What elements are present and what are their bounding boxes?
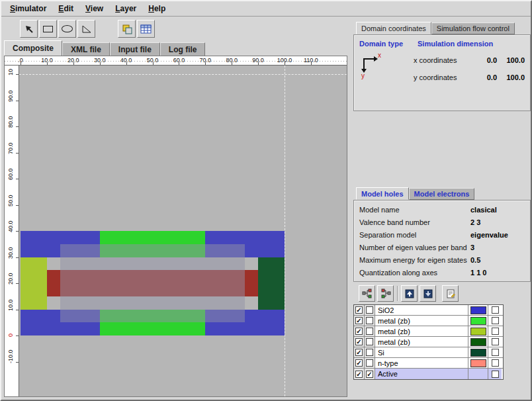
checkbox[interactable] — [492, 349, 499, 356]
layer-color-cell[interactable] — [468, 369, 488, 379]
color-swatch[interactable] — [470, 338, 486, 346]
menu-item-simulator[interactable]: Simulator — [4, 2, 52, 15]
layer-color-cell[interactable] — [468, 326, 488, 336]
select-tool[interactable] — [20, 20, 38, 38]
drawing-area[interactable] — [19, 66, 347, 396]
domain-boundary-x-guide — [285, 66, 285, 396]
checkbox[interactable]: ✓ — [355, 371, 363, 378]
ruler-y-label: 30.0 — [7, 247, 14, 259]
tree-merge-icon — [380, 289, 391, 299]
color-swatch[interactable] — [470, 349, 486, 357]
ruler-y-label: 80.0 — [7, 116, 14, 128]
layer-color-cell[interactable] — [468, 337, 488, 347]
checkbox[interactable] — [492, 306, 499, 314]
layer-color-cell[interactable] — [468, 305, 488, 315]
checkbox[interactable] — [366, 349, 373, 356]
layer-name-cell: Si — [375, 347, 468, 357]
tab-composite[interactable]: Composite — [4, 40, 62, 56]
domain-coordinates-panel: Domain type Simulation dimension x y x c… — [353, 34, 531, 111]
layers-toolbar — [353, 283, 531, 304]
layer-row-sio2[interactable]: ✓SiO2 — [354, 305, 503, 316]
checkbox[interactable] — [366, 317, 373, 324]
toolbar-separator — [397, 286, 398, 301]
tab-simulation-flow-control[interactable]: Simulation flow control — [431, 22, 515, 34]
checkbox[interactable] — [366, 328, 373, 335]
layer-name-cell: SiO2 — [375, 305, 468, 315]
tab-xml-file[interactable]: XML file — [62, 42, 110, 56]
checkbox[interactable]: ✓ — [355, 328, 363, 335]
tree-split-button[interactable] — [359, 285, 375, 302]
active-region-overlay[interactable] — [60, 244, 245, 323]
menu-item-layer[interactable]: Layer — [109, 2, 142, 15]
down-arrow-icon — [423, 289, 433, 299]
polygon-tool[interactable] — [77, 20, 95, 38]
main-toolbar — [1, 17, 348, 39]
model-row-value: eigenvalue — [470, 231, 508, 239]
checkbox[interactable]: ✓ — [355, 338, 363, 345]
tab-model-holes[interactable]: Model holes — [356, 187, 409, 200]
ruler-x-tick — [21, 62, 21, 65]
checkbox[interactable] — [492, 338, 499, 345]
domain-tabs: Domain coordinatesSimulation flow contro… — [356, 22, 515, 34]
visible-cell: ✓ — [354, 305, 365, 315]
layer-row-metal-zb[interactable]: ✓metal (zb) — [354, 316, 503, 326]
checkbox[interactable]: ✓ — [355, 306, 363, 314]
grid-view-button[interactable] — [137, 20, 155, 38]
tree-branch-icon — [362, 289, 373, 299]
checkbox[interactable] — [366, 338, 373, 345]
layer-row-active[interactable]: ✓✓Active — [354, 369, 503, 379]
menu-item-edit[interactable]: Edit — [52, 2, 79, 15]
ruler-x-tick — [258, 62, 259, 65]
menu-item-view[interactable]: View — [79, 2, 109, 15]
layer-row-metal-zb[interactable]: ✓metal (zb) — [354, 326, 503, 337]
checkbox[interactable]: ✓ — [355, 317, 363, 324]
axis-x-label: x — [378, 52, 381, 59]
checkbox[interactable] — [492, 359, 499, 367]
layer-row-n-type[interactable]: ✓n-type — [354, 358, 503, 369]
layer-row-si[interactable]: ✓Si — [354, 347, 503, 358]
color-swatch[interactable] — [470, 359, 486, 367]
flag-cell — [488, 337, 502, 347]
tree-merge-button[interactable] — [377, 285, 394, 302]
checkbox[interactable]: ✓ — [366, 371, 373, 378]
tab-model-electrons[interactable]: Model electrons — [409, 188, 475, 200]
checkbox[interactable] — [366, 306, 373, 314]
copy-layers-button[interactable] — [118, 20, 136, 38]
model-row-value: 1 1 0 — [470, 269, 486, 277]
tab-input-file[interactable]: Input file — [110, 42, 160, 56]
checkbox[interactable]: ✓ — [355, 359, 363, 367]
metal-left-block[interactable] — [21, 257, 47, 310]
checkbox[interactable] — [492, 371, 499, 378]
x-max-value: 100.0 — [500, 56, 525, 64]
ruler-x-tick — [100, 62, 101, 65]
ruler-y-label: -10.0 — [7, 349, 14, 363]
x-coordinates-label: x coordinates — [414, 56, 457, 64]
tab-log-file[interactable]: Log file — [160, 42, 206, 56]
ruler-y-label: 10.0 — [7, 299, 14, 311]
checkbox[interactable]: ✓ — [355, 349, 363, 356]
ellipse-tool[interactable] — [58, 20, 76, 38]
color-swatch[interactable] — [470, 306, 486, 314]
y-max-value: 100.0 — [500, 73, 525, 81]
horizontal-ruler: .010.020.030.040.050.060.070.080.090.010… — [5, 56, 347, 66]
color-swatch[interactable] — [470, 317, 486, 325]
move-down-button[interactable] — [420, 285, 436, 302]
visible-cell: ✓ — [354, 347, 365, 357]
layer-color-cell[interactable] — [468, 358, 488, 368]
properties-button[interactable] — [442, 285, 459, 302]
rectangle-tool[interactable] — [39, 20, 57, 38]
layer-row-metal-zb[interactable]: ✓metal (zb) — [354, 337, 503, 347]
y-coordinates-label: y coordinates — [414, 73, 457, 81]
si-right-block[interactable] — [258, 257, 285, 310]
visible-cell: ✓ — [354, 316, 365, 326]
axis-y-label: y — [361, 72, 365, 79]
tab-domain-coordinates[interactable]: Domain coordinates — [356, 22, 431, 34]
menu-item-help[interactable]: Help — [142, 2, 171, 15]
color-swatch[interactable] — [470, 328, 486, 335]
checkbox[interactable] — [492, 317, 499, 324]
checkbox[interactable] — [492, 328, 499, 335]
move-up-button[interactable] — [401, 285, 418, 302]
layer-color-cell[interactable] — [468, 316, 488, 326]
checkbox[interactable] — [366, 359, 373, 367]
layer-color-cell[interactable] — [468, 347, 488, 357]
